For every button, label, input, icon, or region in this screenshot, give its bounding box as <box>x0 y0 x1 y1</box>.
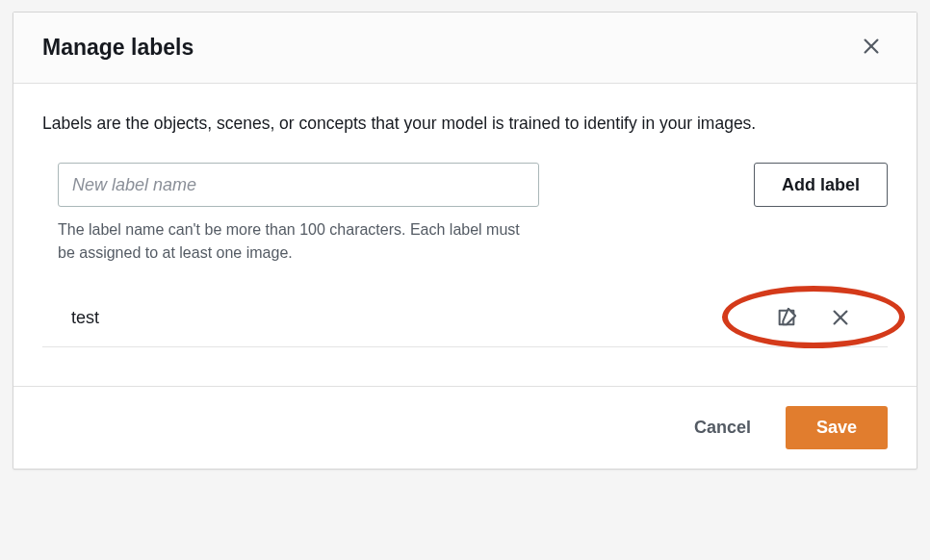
dialog-header: Manage labels <box>13 13 917 84</box>
add-label-button[interactable]: Add label <box>754 163 888 207</box>
dialog-footer: Cancel Save <box>13 386 917 469</box>
close-icon <box>830 307 851 331</box>
cancel-button[interactable]: Cancel <box>683 408 762 447</box>
input-helper-text: The label name can't be more than 100 ch… <box>58 218 539 265</box>
dialog-body: Labels are the objects, scenes, or conce… <box>13 84 917 386</box>
dialog-description: Labels are the objects, scenes, or conce… <box>42 111 888 136</box>
annotation-ring <box>722 286 905 348</box>
label-row: test <box>42 290 888 347</box>
manage-labels-dialog: Manage labels Labels are the objects, sc… <box>13 12 917 470</box>
input-column: The label name can't be more than 100 ch… <box>58 163 539 265</box>
edit-icon <box>776 307 797 331</box>
label-actions <box>757 303 870 333</box>
delete-label-button[interactable] <box>828 305 853 333</box>
close-button[interactable] <box>857 32 886 64</box>
edit-label-button[interactable] <box>774 305 799 333</box>
label-name: test <box>71 308 99 328</box>
close-icon <box>861 36 882 60</box>
add-button-column: Add label <box>754 163 888 207</box>
save-button[interactable]: Save <box>786 406 888 449</box>
label-list: test <box>42 290 888 347</box>
dialog-title: Manage labels <box>42 35 194 61</box>
add-label-row: The label name can't be more than 100 ch… <box>42 163 888 265</box>
new-label-input[interactable] <box>58 163 539 207</box>
